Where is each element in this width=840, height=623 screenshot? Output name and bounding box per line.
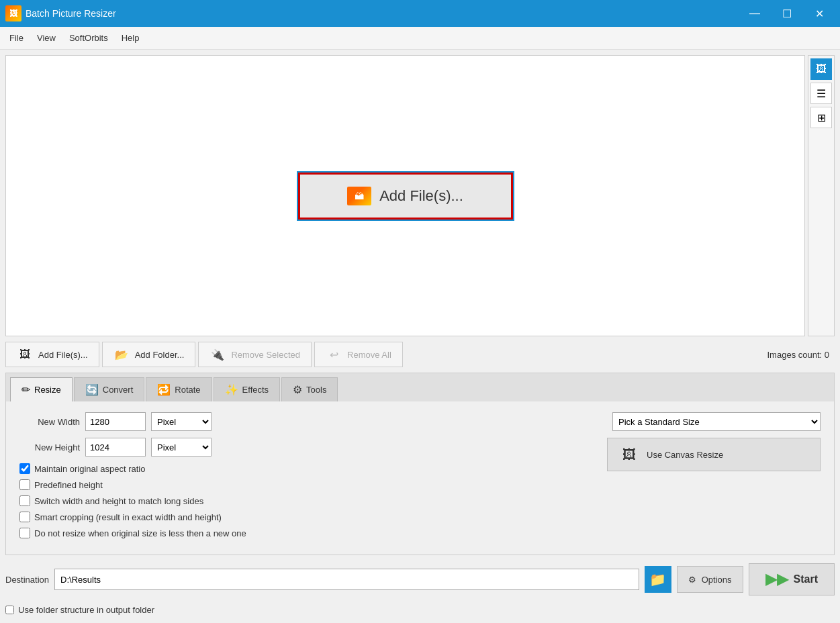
tab-convert-label: Convert: [103, 385, 134, 395]
add-files-center-label: Add File(s)...: [379, 187, 463, 205]
browse-folder-button[interactable]: 📁: [645, 566, 671, 593]
tab-resize-label: Resize: [34, 385, 61, 395]
gear-icon: ⚙: [688, 575, 696, 585]
folder-structure-label[interactable]: Use folder structure in output folder: [18, 605, 154, 615]
no-enlarge-label[interactable]: Do not resize when original size is less…: [34, 528, 246, 538]
add-files-center-icon: [347, 187, 371, 205]
height-input[interactable]: [85, 438, 146, 457]
menubar: File View SoftOrbits Help: [0, 27, 840, 50]
folder-structure-row: Use folder structure in output folder: [5, 602, 835, 618]
options-label: Options: [702, 575, 732, 585]
tab-convert[interactable]: 🔄 Convert: [74, 377, 145, 401]
add-files-center-button[interactable]: Add File(s)...: [298, 173, 513, 220]
add-folder-button[interactable]: 📂 Add Folder...: [102, 342, 196, 367]
add-files-label: Add File(s)...: [38, 350, 88, 360]
menu-softorbits[interactable]: SoftOrbits: [62, 30, 115, 46]
no-enlarge-row: Do not resize when original size is less…: [19, 528, 594, 538]
remove-selected-icon: 🔌: [209, 348, 226, 361]
add-folder-icon: 📂: [113, 348, 130, 361]
app-icon: 🖼: [5, 5, 21, 21]
predefined-height-row: Predefined height: [19, 479, 594, 490]
view-buttons-panel: 🖼 ☰ ⊞: [808, 55, 835, 336]
window-controls: — ☐ ✕: [739, 0, 835, 27]
no-enlarge-checkbox[interactable]: [19, 528, 30, 538]
start-icon: ▶▶: [765, 571, 788, 588]
tabs: ✏ Resize 🔄 Convert 🔁 Rotate ✨ Effects ⚙ …: [6, 373, 834, 401]
file-list: Add File(s)...: [5, 55, 805, 336]
tab-rotate-label: Rotate: [175, 385, 200, 395]
switch-sides-checkbox[interactable]: [19, 495, 30, 506]
resize-controls: New Width Pixel Percent Cm Inch New Heig…: [19, 412, 821, 544]
resize-tab-content: New Width Pixel Percent Cm Inch New Heig…: [6, 401, 834, 555]
width-label: New Width: [19, 417, 80, 427]
resize-left-controls: New Width Pixel Percent Cm Inch New Heig…: [19, 412, 594, 544]
add-files-button[interactable]: 🖼 Add File(s)...: [5, 342, 99, 367]
view-grid-button[interactable]: ⊞: [810, 107, 832, 128]
remove-all-button[interactable]: ↩ Remove All: [314, 342, 403, 367]
remove-all-icon: ↩: [326, 348, 342, 361]
height-label: New Height: [19, 442, 80, 452]
width-unit-select[interactable]: Pixel Percent Cm Inch: [151, 412, 212, 431]
remove-all-label: Remove All: [347, 350, 391, 360]
remove-selected-button[interactable]: 🔌 Remove Selected: [198, 342, 312, 367]
tools-tab-icon: ⚙: [293, 383, 302, 396]
switch-sides-label[interactable]: Switch width and height to match long si…: [34, 496, 203, 506]
file-list-container: Add File(s)... 🖼 ☰ ⊞: [5, 55, 835, 336]
smart-crop-checkbox[interactable]: [19, 512, 30, 522]
minimize-button[interactable]: —: [739, 0, 770, 27]
folder-structure-checkbox[interactable]: [5, 606, 14, 614]
smart-crop-label[interactable]: Smart cropping (result in exact width an…: [34, 512, 222, 522]
images-count: Images count: 0: [767, 350, 835, 360]
tab-rotate[interactable]: 🔁 Rotate: [146, 377, 212, 401]
canvas-resize-button[interactable]: 🖼 Use Canvas Resize: [607, 438, 821, 471]
titlebar: 🖼 Batch Picture Resizer — ☐ ✕: [0, 0, 840, 27]
tab-effects-label: Effects: [242, 385, 269, 395]
menu-view[interactable]: View: [30, 30, 62, 46]
canvas-resize-icon: 🖼: [618, 444, 640, 465]
remove-selected-label: Remove Selected: [231, 350, 300, 360]
resize-right-controls: Pick a Standard Size 🖼 Use Canvas Resize: [607, 412, 821, 544]
close-button[interactable]: ✕: [804, 0, 835, 27]
switch-sides-row: Switch width and height to match long si…: [19, 495, 594, 506]
effects-tab-icon: ✨: [225, 383, 238, 396]
tab-resize[interactable]: ✏ Resize: [10, 377, 73, 401]
width-input[interactable]: [85, 412, 146, 431]
predefined-height-label[interactable]: Predefined height: [34, 480, 103, 490]
rotate-tab-icon: 🔁: [157, 383, 171, 396]
tab-panel: ✏ Resize 🔄 Convert 🔁 Rotate ✨ Effects ⚙ …: [5, 373, 835, 555]
menu-file[interactable]: File: [3, 30, 30, 46]
options-button[interactable]: ⚙ Options: [677, 566, 743, 593]
canvas-resize-label: Use Canvas Resize: [647, 450, 723, 460]
view-thumbnail-button[interactable]: 🖼: [810, 58, 832, 80]
start-button[interactable]: ▶▶ Start: [749, 563, 835, 595]
height-unit-select[interactable]: Pixel Percent Cm Inch: [151, 438, 212, 457]
menu-help[interactable]: Help: [115, 30, 146, 46]
bottom-section: Destination 📁 ⚙ Options ▶▶ Start Use fol…: [5, 561, 835, 618]
maintain-aspect-row: Maintain original aspect ratio: [19, 463, 594, 474]
maintain-aspect-checkbox[interactable]: [19, 463, 30, 474]
start-label: Start: [794, 573, 818, 585]
tab-tools[interactable]: ⚙ Tools: [281, 377, 338, 401]
smart-crop-row: Smart cropping (result in exact width an…: [19, 512, 594, 522]
standard-size-row: Pick a Standard Size: [607, 412, 821, 431]
add-files-icon: 🖼: [17, 348, 33, 361]
tab-effects[interactable]: ✨ Effects: [214, 377, 281, 401]
maximize-button[interactable]: ☐: [772, 0, 802, 27]
app-title: Batch Picture Resizer: [26, 8, 739, 19]
resize-tab-icon: ✏: [21, 383, 30, 396]
standard-size-select[interactable]: Pick a Standard Size: [612, 412, 821, 431]
destination-bar: Destination 📁 ⚙ Options ▶▶ Start: [5, 561, 835, 598]
destination-input[interactable]: [54, 569, 639, 590]
main-content: Add File(s)... 🖼 ☰ ⊞ 🖼 Add File(s)... 📂 …: [0, 50, 840, 623]
view-list-button[interactable]: ☰: [810, 83, 832, 104]
add-folder-label: Add Folder...: [135, 350, 185, 360]
height-row: New Height Pixel Percent Cm Inch: [19, 438, 594, 457]
folder-icon: 📁: [649, 571, 666, 587]
destination-label: Destination: [5, 575, 49, 585]
predefined-height-checkbox[interactable]: [19, 479, 30, 490]
width-row: New Width Pixel Percent Cm Inch: [19, 412, 594, 431]
tab-tools-label: Tools: [306, 385, 326, 395]
toolbar: 🖼 Add File(s)... 📂 Add Folder... 🔌 Remov…: [5, 342, 835, 367]
convert-tab-icon: 🔄: [85, 383, 99, 396]
maintain-aspect-label[interactable]: Maintain original aspect ratio: [34, 464, 145, 474]
